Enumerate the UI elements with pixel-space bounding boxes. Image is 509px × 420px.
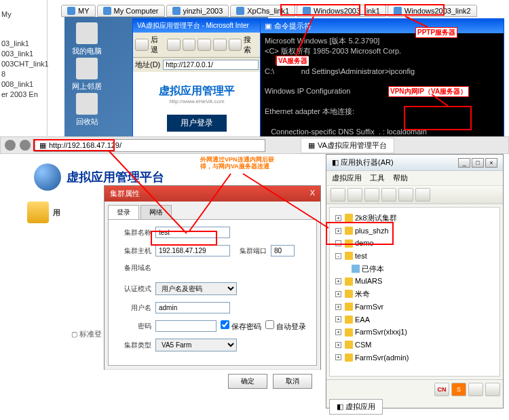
toolbar-button[interactable] [398, 188, 413, 202]
tab-win2003-1[interactable]: Windows2003_link1 [297, 5, 386, 17]
tree-label[interactable]: test [355, 250, 367, 263]
close-button[interactable]: X [310, 189, 315, 199]
minimize-button[interactable]: _ [458, 158, 470, 168]
desktop-recycle-icon[interactable]: 回收站 [70, 93, 104, 127]
forward-button[interactable] [167, 39, 181, 51]
tab-mycomputer[interactable]: My Computer [97, 5, 165, 17]
username-input[interactable] [155, 302, 230, 313]
tab-my[interactable]: MY [61, 5, 96, 17]
ar-bottom-tabs: ◧虚拟应用 [326, 399, 503, 417]
ie-page-content: 虚拟应用管理平 http://www.eHeVA.com 用户登录 [133, 72, 261, 143]
expand-icon[interactable]: + [335, 278, 341, 284]
expand-icon[interactable]: + [335, 354, 341, 360]
address-label: 地址(D) [135, 60, 160, 70]
tree-label[interactable]: 已停本 [362, 263, 384, 275]
list-item[interactable]: 8 [1, 70, 45, 78]
expand-icon[interactable]: + [335, 215, 341, 221]
list-item[interactable]: My [1, 10, 45, 18]
refresh-button[interactable] [197, 39, 211, 51]
tab-icon [67, 7, 75, 15]
tab-xpchs[interactable]: XpChs_link1 [230, 5, 295, 17]
nav-forward-icon[interactable] [20, 140, 31, 151]
cmd-titlebar: ▣命令提示符 [261, 19, 504, 33]
recycle-icon [76, 93, 98, 115]
tree-label[interactable]: MulARS [355, 275, 382, 288]
expand-icon[interactable]: + [335, 329, 341, 335]
save-password-checkbox[interactable]: 保存密码 [221, 320, 261, 332]
ie-address-input[interactable] [163, 60, 259, 70]
expand-icon[interactable]: + [335, 291, 341, 297]
desktop-network-icon[interactable]: 网上邻居 [70, 58, 104, 92]
menu-help[interactable]: 帮助 [393, 173, 408, 183]
list-item[interactable]: 003_link1 [1, 50, 45, 58]
tab-vapp[interactable]: ◧虚拟应用 [329, 399, 383, 415]
toolbar-button[interactable] [364, 188, 379, 202]
search-button[interactable] [229, 39, 242, 51]
page-subtitle: http://www.eHeVA.com [169, 98, 224, 104]
tree-label[interactable]: FarmSvr(xlxxj1) [355, 326, 407, 339]
stop-button[interactable] [183, 39, 196, 51]
password-input[interactable] [155, 320, 216, 332]
desktop-mycomputer-icon[interactable]: 我的电脑 [70, 22, 104, 56]
auto-login-checkbox[interactable]: 自动登录 [265, 320, 306, 332]
nav-back-icon[interactable] [5, 140, 16, 151]
cluster-properties-dialog: 集群属性 X 登录 网络 集群名称 集群主机集群端口 备用域名 认证模式用户名及… [104, 185, 321, 370]
auth-mode-select[interactable]: 用户名及密码 [155, 282, 237, 295]
ar-toolbar [326, 186, 503, 204]
list-item[interactable]: 008_link1 [1, 80, 45, 88]
close-button[interactable]: × [485, 158, 497, 168]
tree-label[interactable]: EAA [355, 313, 370, 326]
cluster-name-input[interactable] [155, 227, 230, 238]
tree-label[interactable]: FarmSvr [355, 301, 383, 313]
tree-label[interactable]: demo [355, 237, 374, 250]
maximize-button[interactable]: □ [472, 158, 484, 168]
password-label: 密码 [114, 322, 151, 331]
cancel-button[interactable]: 取消 [273, 374, 312, 389]
tree-label[interactable]: 2k8测试集群 [355, 212, 397, 225]
expand-icon[interactable]: + [335, 228, 341, 234]
page-icon: ▦ [39, 141, 46, 150]
folder-icon [345, 240, 353, 248]
back-button[interactable] [135, 39, 149, 51]
status-button[interactable] [468, 383, 483, 396]
tree-label[interactable]: CSM [355, 339, 371, 351]
expand-icon[interactable]: - [335, 240, 341, 246]
globe-icon [34, 164, 61, 191]
cluster-host-input[interactable] [155, 245, 230, 256]
status-button[interactable] [485, 383, 500, 396]
toolbar-button[interactable] [381, 188, 396, 202]
toolbar-button[interactable] [415, 188, 430, 202]
home-button[interactable] [213, 39, 227, 51]
tree-label[interactable]: 米奇 [355, 288, 370, 301]
cluster-port-input[interactable] [271, 245, 295, 256]
browser-tab[interactable]: ▦VA虚拟应用管理平台 [301, 138, 394, 153]
browser-address-bar[interactable]: ▦ http://192.168.47.129/ [35, 139, 265, 152]
list-item[interactable]: 03_link1 [1, 39, 45, 47]
tab-win2003-2[interactable]: Windows2003_link2 [388, 5, 477, 17]
list-item[interactable]: 003CHT_link1 [1, 60, 45, 68]
tree-label[interactable]: plus_shzh [355, 225, 389, 237]
menu-vapp[interactable]: 虚拟应用 [332, 173, 362, 183]
tree-label[interactable]: FarmSvr(admin) [355, 351, 409, 364]
cluster-tree[interactable]: +2k8测试集群 +plus_shzh -demo -test 已停本 +Mul… [329, 207, 500, 377]
expand-icon[interactable]: - [335, 253, 341, 259]
standard-login-link[interactable]: ▢ 标准登 [71, 329, 102, 339]
ok-button[interactable]: 确定 [228, 374, 267, 389]
tab-label: My Computer [114, 7, 159, 15]
tab-yinzhi[interactable]: yinzhi_2003 [166, 5, 229, 17]
expand-icon[interactable]: + [335, 342, 341, 348]
ar-titlebar: ◧ 应用执行器(AR) _□× [326, 155, 503, 171]
expand-icon[interactable]: + [335, 304, 341, 310]
tab-network[interactable]: 网络 [140, 205, 172, 219]
tab-label: XpChs_link1 [247, 7, 289, 15]
lang-button[interactable]: CN [434, 383, 449, 396]
list-item[interactable]: er 2003 En [1, 90, 45, 98]
toolbar-button[interactable] [331, 188, 345, 202]
toolbar-button[interactable] [347, 188, 362, 202]
browser-chrome: ▦ http://192.168.47.129/ ▦VA虚拟应用管理平台 [0, 136, 509, 154]
status-button[interactable]: S [451, 383, 466, 396]
expand-icon[interactable]: + [335, 316, 341, 322]
menu-tools[interactable]: 工具 [370, 173, 385, 183]
cluster-type-select[interactable]: VA5 Farm [155, 339, 237, 351]
tab-login[interactable]: 登录 [108, 205, 139, 219]
